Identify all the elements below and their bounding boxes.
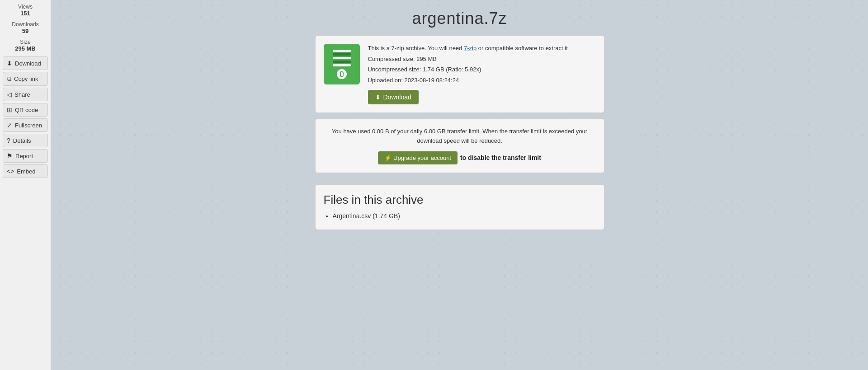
description-text: This is a 7-zip archive. You will need [368, 45, 462, 52]
sidebar-details-button[interactable]: ? Details [3, 134, 48, 147]
embed-icon: <> [7, 168, 14, 175]
sidebar-embed-label: Embed [17, 168, 35, 175]
upgrade-button[interactable]: ⚡ Upgrade your account [378, 151, 458, 164]
lightning-icon: ⚡ [384, 155, 392, 161]
sidebar-copy-link-button[interactable]: ⧉ Copy link [3, 72, 48, 86]
file-title: argentina.7z [412, 9, 507, 28]
upgrade-row: ⚡ Upgrade your account to disable the tr… [324, 151, 596, 164]
zip-circle [337, 69, 347, 79]
file-description: This is a 7-zip archive. You will need 7… [368, 44, 596, 53]
downloads-stat: Downloads 59 [3, 21, 48, 34]
sidebar: Views 151 Downloads 59 Size 295 MB ⬇ Dow… [0, 0, 51, 370]
views-label: Views [3, 4, 48, 10]
sidebar-qr-code-button[interactable]: ⊞ QR code [3, 103, 48, 117]
sidebar-details-label: Details [13, 137, 31, 144]
files-card: Files in this archive Argentina.csv (1.7… [315, 184, 604, 230]
sidebar-embed-button[interactable]: <> Embed [3, 164, 48, 178]
download-btn-icon: ⬇ [375, 94, 381, 101]
main-download-button[interactable]: ⬇ Download [368, 90, 419, 104]
files-heading: Files in this archive [324, 193, 596, 207]
zip-line-5 [333, 64, 351, 66]
transfer-text: You have used 0.00 B of your daily 6.00 … [324, 127, 596, 146]
sidebar-download-button[interactable]: ⬇ Download [3, 56, 48, 70]
files-list: Argentina.csv (1.74 GB) [324, 212, 596, 220]
uncompressed-size: Uncompressed size: 1.74 GB (Ratio: 5.92x… [368, 65, 596, 74]
size-label: Size [3, 39, 48, 45]
description-text2: or compatible software to extract it [478, 45, 568, 52]
sidebar-copy-link-label: Copy link [14, 75, 38, 82]
main-content: argentina.7z This is a 7-zip archive. Yo… [51, 0, 868, 370]
zip-line-1 [333, 50, 351, 52]
file-entry-1: Argentina.csv (1.74 GB) [333, 212, 400, 220]
uploaded-on: Uploaded on: 2023-08-19 08:24:24 [368, 76, 596, 85]
list-item: Argentina.csv (1.74 GB) [333, 212, 596, 220]
file-info-card: This is a 7-zip archive. You will need 7… [315, 35, 604, 113]
sidebar-fullscreen-button[interactable]: ⤢ Fullscreen [3, 118, 48, 132]
section-divider [315, 178, 604, 179]
size-stat: Size 295 MB [3, 39, 48, 52]
file-details: This is a 7-zip archive. You will need 7… [368, 44, 596, 104]
upgrade-btn-label: Upgrade your account [393, 155, 451, 161]
fullscreen-icon: ⤢ [7, 122, 12, 129]
zip-line-2 [333, 53, 351, 56]
zip-lines [333, 50, 351, 66]
size-value: 295 MB [3, 45, 48, 52]
qr-code-icon: ⊞ [7, 106, 12, 113]
details-icon: ? [7, 137, 10, 144]
zip-handle [340, 71, 344, 77]
downloads-label: Downloads [3, 21, 48, 28]
sidebar-report-label: Report [15, 153, 33, 159]
sidebar-qr-label: QR code [15, 107, 38, 113]
transfer-card: You have used 0.00 B of your daily 6.00 … [315, 118, 604, 173]
archive-icon [324, 44, 360, 84]
zip-line-3 [333, 57, 351, 59]
sidebar-report-button[interactable]: ⚑ Report [3, 149, 48, 163]
sidebar-share-label: Share [14, 91, 30, 98]
download-btn-label: Download [383, 94, 411, 101]
views-stat: Views 151 [3, 4, 48, 17]
views-value: 151 [3, 10, 48, 17]
zip-line-4 [333, 61, 351, 63]
report-icon: ⚑ [7, 152, 13, 159]
sidebar-fullscreen-label: Fullscreen [15, 122, 42, 129]
seven-zip-link[interactable]: 7-zip [464, 45, 476, 52]
upgrade-suffix: to disable the transfer limit [460, 154, 541, 161]
sidebar-share-button[interactable]: ◁ Share [3, 88, 48, 101]
download-icon: ⬇ [7, 60, 12, 67]
copy-link-icon: ⧉ [7, 75, 11, 83]
downloads-value: 59 [3, 28, 48, 34]
compressed-size: Compressed size: 295 MB [368, 55, 596, 64]
sidebar-download-label: Download [15, 60, 41, 67]
share-icon: ◁ [7, 91, 12, 98]
